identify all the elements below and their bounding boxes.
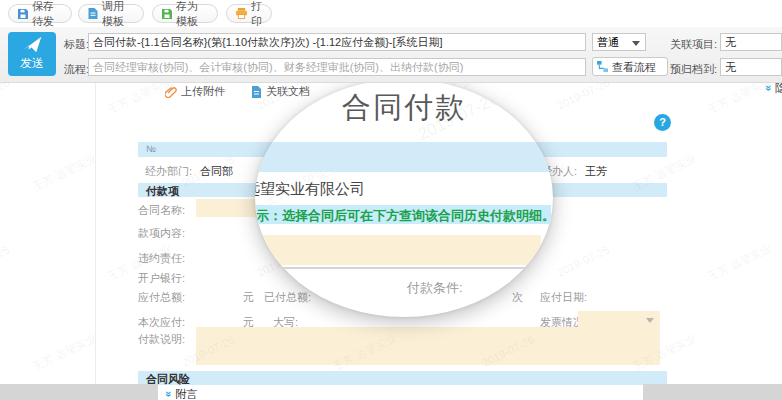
save-template-label: 存为模板 bbox=[176, 0, 208, 29]
help-icon[interactable]: ? bbox=[654, 114, 671, 131]
total-due-unit: 元 bbox=[243, 290, 254, 305]
save-pending-button[interactable]: 保存待发 bbox=[8, 4, 72, 23]
save-pending-label: 保存待发 bbox=[32, 0, 62, 29]
view-flow-label: 查看流程 bbox=[612, 59, 656, 75]
watermark-date: 2019-07-26 bbox=[555, 243, 611, 278]
bottom-right-gray bbox=[643, 384, 782, 400]
magnified-hint-bar: 提示：选择合同后可在下方查询该合同历史付款明细。 bbox=[255, 205, 551, 224]
payment-note-label: 付款说明: bbox=[138, 332, 185, 347]
contract-name-label: 合同名称: bbox=[138, 203, 185, 218]
print-button[interactable]: 打印 bbox=[226, 4, 272, 23]
prearchive-label: 预归档到: bbox=[670, 62, 717, 77]
breach-label: 违约责任: bbox=[138, 251, 185, 266]
magnified-hint-text: 提示：选择合同后可在下方查询该合同历史付款明细。 bbox=[255, 207, 553, 225]
double-chevron-icon: » bbox=[763, 85, 775, 91]
upload-attachment-link[interactable]: 上传附件 bbox=[165, 84, 225, 99]
priority-value: 普通 bbox=[597, 36, 619, 48]
watermark-name: 王芳 远望实业 bbox=[705, 241, 774, 285]
section-risk-bar: 合同风险 bbox=[138, 371, 667, 385]
related-project-label: 关联项目: bbox=[670, 37, 717, 52]
paper-plane-icon bbox=[21, 36, 43, 53]
paid-total-label: 已付总额: bbox=[264, 290, 311, 305]
flow-input[interactable]: 合同经理审核(协同)、会计审核(协同)、财务经理审批(协同)、出纳付款(协同) bbox=[88, 58, 586, 76]
collapse-toggle[interactable]: » 隐藏 bbox=[766, 81, 782, 96]
no-label: № bbox=[146, 144, 156, 154]
bottom-left-gray bbox=[0, 384, 158, 400]
use-template-label: 调用模板 bbox=[102, 0, 134, 29]
print-label: 打印 bbox=[251, 0, 262, 29]
magnified-no-bar bbox=[255, 142, 553, 172]
due-date-label: 应付日期: bbox=[540, 290, 587, 305]
left-divider bbox=[95, 82, 96, 384]
magnified-payment-terms-label: 付款条件: bbox=[407, 279, 463, 297]
paperclip-icon bbox=[165, 86, 177, 98]
postscript-label: 附言 bbox=[175, 388, 197, 400]
payment-note-textarea[interactable] bbox=[196, 327, 660, 365]
upload-attachment-label: 上传附件 bbox=[181, 84, 225, 99]
total-due-label: 应付总额: bbox=[138, 290, 185, 305]
chevron-down-icon bbox=[632, 41, 640, 46]
contract-payment-screen: 上传附件 关联文档 » 隐藏 ? № 经办部门: 合同部 经办人: 王芳 付款项… bbox=[0, 0, 782, 400]
dept-value: 合同部 bbox=[200, 164, 233, 179]
watermark-name: 王芳 远望实业 bbox=[30, 151, 99, 195]
times-unit: 次 bbox=[512, 290, 523, 305]
priority-dropdown[interactable]: 普通 bbox=[592, 33, 646, 51]
send-button[interactable]: 发送 bbox=[8, 32, 56, 76]
flow-label: 流程: bbox=[64, 62, 89, 77]
title-label: 标题: bbox=[64, 37, 89, 52]
bank-label: 开户银行: bbox=[138, 271, 185, 286]
current-due-label: 本次应付: bbox=[138, 315, 185, 330]
toolbar: 保存待发 调用模板 存为模板 打印 bbox=[0, 0, 782, 28]
related-doc-link[interactable]: 关联文档 bbox=[251, 84, 310, 99]
prearchive-input[interactable]: 无 bbox=[720, 58, 782, 76]
flow-icon bbox=[597, 61, 608, 72]
postscript-toggle[interactable]: » 附言 bbox=[166, 387, 197, 400]
magnified-contract-input bbox=[257, 235, 541, 265]
dept-label: 经办部门: bbox=[145, 164, 192, 179]
document-icon bbox=[251, 86, 262, 98]
save-template-button[interactable]: 存为模板 bbox=[152, 4, 218, 23]
use-template-button[interactable]: 调用模板 bbox=[78, 4, 144, 23]
magnified-company-name: 远望实业有限公司 bbox=[255, 180, 365, 199]
watermark-name: 王芳 远望实业 bbox=[30, 331, 99, 375]
handler-value: 王芳 bbox=[585, 164, 607, 179]
collapse-label: 隐藏 bbox=[775, 82, 782, 94]
print-icon bbox=[236, 8, 247, 19]
double-chevron-icon: » bbox=[163, 391, 175, 397]
chevron-down-icon bbox=[646, 318, 654, 323]
title-input[interactable]: 合同付款-{1.1合同名称}(第{1.10付款次序}次) -{1.12应付金额}… bbox=[88, 33, 586, 51]
template-icon bbox=[88, 8, 98, 19]
section-risk-title: 合同风险 bbox=[146, 372, 667, 387]
magnifier-lens: 2019-07-26 王芳 远望实业 合同付款 远望实业有限公司 提示：选择合同… bbox=[255, 79, 553, 317]
related-project-input[interactable]: 无 bbox=[720, 33, 782, 51]
view-flow-button[interactable]: 查看流程 bbox=[592, 57, 668, 76]
send-label: 发送 bbox=[20, 55, 44, 72]
magnified-underline bbox=[275, 267, 525, 269]
save-icon bbox=[18, 9, 28, 19]
watermark-date: 2019-07-26 bbox=[0, 243, 11, 278]
save-as-icon bbox=[162, 9, 172, 19]
related-doc-label: 关联文档 bbox=[266, 84, 310, 99]
header-band: 发送 标题: 合同付款-{1.1合同名称}(第{1.10付款次序}次) -{1.… bbox=[0, 27, 782, 83]
payment-content-label: 款项内容: bbox=[138, 226, 185, 241]
